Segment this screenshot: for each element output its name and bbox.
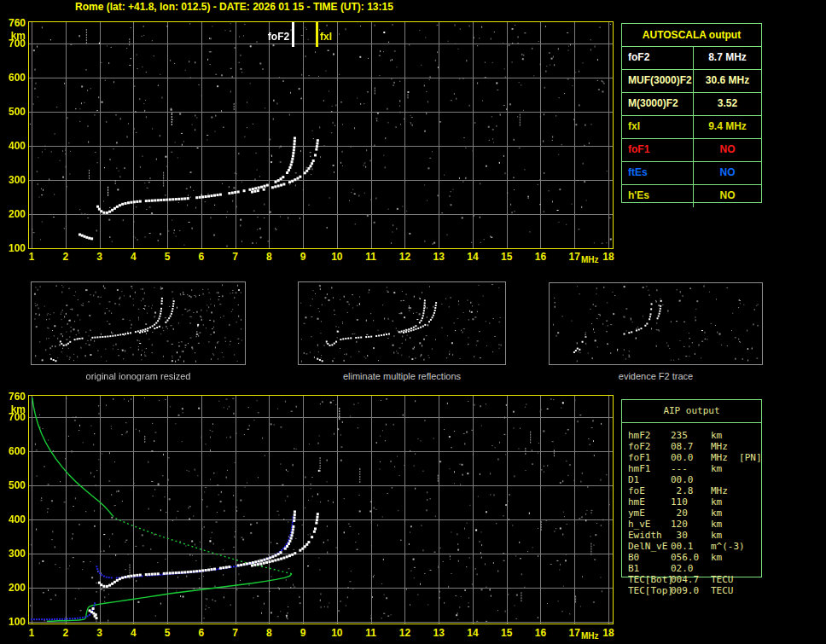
autoscala-row-fof1: foF1NO (622, 139, 761, 162)
y-tick-top: 760 (0, 18, 26, 29)
aip-row-value: 009.0 (671, 585, 711, 596)
aip-row-h_ve: h_vE120km (628, 519, 722, 530)
autoscala-row-muf(3000)f2: MUF(3000)F230.6 MHz (622, 70, 761, 93)
aip-row-value: 00.0 (671, 474, 711, 485)
aip-row-deln_ve: DelN_vE00.1m^(-3) (628, 541, 745, 552)
autoscala-row-label: MUF(3000)F2 (622, 70, 694, 92)
x-tick-top: 13 (426, 252, 451, 263)
x-tick-bottom: 13 (426, 628, 451, 639)
aip-row-fof1: foF100.0MHz [PN] (628, 452, 762, 463)
x-tick-bottom: 11 (358, 628, 384, 639)
x-tick-bottom: 8 (256, 628, 282, 639)
autoscala-row-label: h'Es (622, 185, 694, 207)
x-tick-bottom: 9 (290, 628, 316, 639)
y-axis-unit-bottom: km (0, 404, 26, 415)
aip-row-d1: D100.0 (628, 474, 711, 485)
x-tick-top: 9 (290, 252, 316, 263)
autoscala-row-label: fxI (622, 116, 694, 138)
thumbnail-evidence-f2-image (550, 283, 762, 364)
autoscala-table-title: AUTOSCALA output (622, 24, 761, 47)
x-tick-top: 8 (256, 252, 282, 263)
x-tick-bottom: 5 (154, 628, 180, 639)
aip-row-value: 30 (671, 530, 711, 541)
autoscala-row-ftes: ftEsNO (622, 162, 761, 185)
autoscala-row-value: NO (694, 185, 761, 207)
fof2-marker-label: foF2 (255, 32, 289, 43)
aip-row-unit: MHz (711, 441, 728, 452)
aip-row-b0: B0056.0km (628, 552, 722, 563)
x-tick-top: 10 (324, 252, 350, 263)
aip-row-value: 00.1 (671, 541, 711, 552)
thumbnail-eliminate-reflections-caption: eliminate multiple reflections (298, 371, 506, 382)
y-tick-top: 400 (0, 141, 26, 152)
aip-row-b1: B102.0 (628, 563, 711, 574)
aip-row-unit: km (711, 519, 722, 530)
aip-row-value: 20 (671, 508, 711, 519)
aip-row-tec[top]: TEC[Top]009.0TECU (628, 585, 734, 596)
aip-row-yme: ymE 20km (628, 508, 722, 519)
x-tick-bottom: 15 (494, 628, 520, 639)
aip-row-name: TEC[Bot] (628, 574, 671, 585)
x-tick-top: 4 (120, 252, 146, 263)
aip-row-value: --- (671, 463, 711, 474)
autoscala-row-value: 30.6 MHz (694, 70, 761, 92)
aip-row-unit: TECU (711, 585, 734, 596)
aip-row-value: 08.7 (671, 441, 711, 452)
x-tick-bottom: 1 (19, 628, 44, 639)
aip-row-ewidth: Ewidth 30km (628, 530, 722, 541)
autoscala-row-label: foF1 (622, 139, 694, 161)
aip-row-name: h_vE (628, 519, 671, 530)
x-axis-unit-bottom: MHz (581, 630, 603, 641)
y-axis-unit-top: km (0, 31, 26, 42)
thumbnail-original-ionogram-image (32, 282, 245, 364)
x-tick-bottom: 16 (527, 628, 553, 639)
aip-row-hme: hmE110km (628, 496, 722, 508)
aip-row-unit: km (711, 508, 722, 519)
aip-row-value: 120 (671, 519, 711, 530)
autoscala-row-value: 3.52 (694, 93, 761, 115)
aip-row-value: 110 (671, 496, 711, 508)
x-tick-top: 12 (392, 252, 417, 263)
autoscala-row-value: 9.4 MHz (694, 116, 761, 138)
x-tick-bottom: 14 (460, 628, 486, 639)
x-tick-top: 2 (53, 252, 79, 263)
y-tick-bottom: 200 (0, 583, 26, 594)
aip-row-name: TEC[Top] (628, 585, 671, 596)
bottom-ionogram-profile-plot (28, 395, 614, 624)
autoscala-row-label: ftEs (622, 162, 694, 184)
aip-row-name: foE (628, 485, 671, 496)
aip-row-name: hmF1 (628, 463, 671, 474)
autoscala-output-table: AUTOSCALA output foF28.7 MHzMUF(3000)F23… (621, 23, 762, 203)
autoscala-row-label: M(3000)F2 (622, 93, 694, 115)
x-tick-bottom: 2 (53, 628, 79, 639)
aip-row-value: 235 (671, 430, 711, 441)
x-tick-top: 5 (154, 252, 180, 263)
y-tick-bottom: 100 (0, 617, 26, 628)
x-tick-bottom: 6 (189, 628, 214, 639)
aip-row-value: 02.0 (671, 563, 711, 574)
y-tick-bottom: 300 (0, 548, 26, 560)
aip-row-unit: MHz (711, 485, 728, 496)
x-tick-top: 15 (494, 252, 520, 263)
autoscala-row-label: foF2 (622, 47, 694, 69)
thumbnail-eliminate-reflections-image (299, 282, 505, 364)
y-tick-bottom: 400 (0, 514, 26, 525)
top-ionogram-plot (28, 21, 614, 249)
x-tick-top: 1 (19, 252, 44, 263)
y-tick-top: 300 (0, 175, 26, 186)
aip-row-name: foF1 (628, 452, 671, 463)
x-tick-bottom: 10 (324, 628, 350, 639)
aip-row-value: 2.8 (671, 485, 711, 496)
aip-row-hmf2: hmF2235km (628, 430, 722, 441)
y-tick-top: 500 (0, 107, 26, 118)
aip-row-name: DelN_vE (628, 541, 671, 552)
aip-row-name: Ewidth (628, 530, 671, 541)
aip-table-title: AIP output (622, 405, 761, 416)
aip-row-value: 00.0 (671, 452, 711, 463)
aip-row-unit: km (711, 463, 722, 474)
aip-row-unit: km (711, 430, 722, 441)
aip-row-hmf1: hmF1---km (628, 463, 722, 474)
x-tick-bottom: 4 (120, 628, 146, 639)
aip-row-unit: m^(-3) (711, 541, 745, 552)
aip-row-name: B1 (628, 563, 671, 574)
